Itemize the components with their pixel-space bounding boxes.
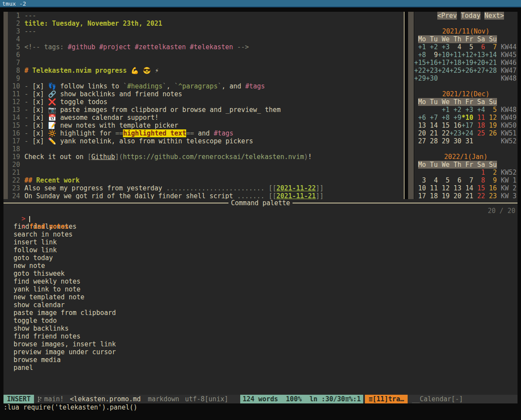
calendar-day[interactable]: 23 (485, 192, 497, 199)
calendar-day[interactable]: +14 (485, 51, 497, 59)
editor-line[interactable]: 8# Telekasten.nvim progress 💪 😎 ⚡ (8, 67, 404, 75)
editor-line[interactable]: 5<!-- tags: #github #project #zettelkast… (8, 43, 404, 51)
scrollbar-left[interactable] (3, 12, 8, 199)
editor-line[interactable]: 12- [x] ❌ toggle todos (8, 98, 404, 106)
editor-line[interactable]: 20 (8, 161, 404, 169)
vim-command-line[interactable]: :lua require('telekasten').panel() (3, 403, 518, 411)
editor-line[interactable]: 6 (8, 51, 404, 59)
calendar-day[interactable]: 16 (485, 184, 497, 192)
calendar-day[interactable]: +21 (485, 59, 497, 67)
calendar-day[interactable]: 18 (473, 122, 485, 129)
calendar-day[interactable]: +4 (473, 106, 485, 114)
calendar-day[interactable]: +2 (426, 43, 438, 51)
palette-item[interactable]: new note (3, 262, 518, 270)
calendar-day[interactable]: +1 (414, 43, 426, 51)
palette-item[interactable]: find friend notes (3, 332, 518, 340)
calendar-day[interactable]: 16 (449, 122, 461, 129)
editor-line[interactable]: 19Check it out on [Github](https://githu… (8, 153, 404, 161)
calendar-day[interactable]: 9 (426, 51, 438, 59)
calendar-day[interactable]: 15 (438, 122, 449, 129)
editor-line[interactable]: 22## Recent work (8, 176, 404, 184)
editor-line[interactable]: 21 (8, 169, 404, 176)
calendar-day[interactable]: +12 (461, 51, 473, 59)
palette-item[interactable]: show backlinks (3, 325, 518, 332)
calendar-day[interactable]: 8 (473, 176, 485, 184)
palette-item[interactable]: search in notes (3, 230, 518, 238)
editor-line[interactable]: 2title: Tuesday, November 23th, 2021 (8, 20, 404, 27)
editor-line[interactable]: 7 (8, 59, 404, 67)
calendar-day[interactable]: 6 (449, 176, 461, 184)
calendar-day[interactable]: +28 (485, 67, 497, 75)
calendar-day[interactable]: +17 (461, 122, 473, 129)
scrollbar-right[interactable] (408, 12, 414, 199)
calendar-day[interactable]: +17 (438, 59, 449, 67)
palette-item[interactable]: show calendar (3, 301, 518, 309)
calendar-day[interactable]: 5 (461, 43, 473, 51)
calendar-day[interactable]: +8 (438, 114, 449, 122)
calendar-next-button[interactable]: Next> (484, 12, 504, 20)
calendar-day[interactable]: +24 (461, 129, 473, 137)
palette-item-selected[interactable]: >find notes (3, 215, 518, 223)
calendar-day[interactable]: 30 (449, 137, 461, 145)
calendar-day[interactable]: 3 (414, 176, 426, 184)
calendar-day[interactable]: +29 (414, 75, 426, 82)
editor-line[interactable]: 24On Sunday we got rid of the daily find… (8, 192, 404, 199)
calendar-day[interactable]: 7 (461, 176, 473, 184)
calendar-day[interactable]: +25 (449, 67, 461, 75)
editor-line[interactable]: 9 (8, 75, 404, 82)
palette-item[interactable]: goto thisweek (3, 270, 518, 278)
tab-indicator[interactable]: ≡[11]tra… (365, 395, 407, 403)
calendar-day[interactable]: 2 (485, 169, 497, 176)
calendar-day[interactable]: 22 (473, 192, 485, 199)
calendar-day[interactable]: 6 (473, 43, 485, 51)
calendar-day[interactable]: +10 (438, 51, 449, 59)
calendar-day[interactable]: 27 (414, 137, 426, 145)
editor-line[interactable]: 23Also see my progress from yesterday ..… (8, 184, 404, 192)
calendar-today-button[interactable]: Today (461, 12, 480, 20)
editor-line[interactable]: 17- [x] ✏️ yank notelink, also from with… (8, 137, 404, 145)
calendar-day[interactable]: +11 (449, 51, 461, 59)
calendar-day[interactable]: 11 (473, 114, 485, 122)
calendar-day[interactable]: 21 (426, 129, 438, 137)
palette-item[interactable]: yank link to note (3, 285, 518, 293)
calendar-day[interactable]: 14 (461, 184, 473, 192)
calendar-day[interactable]: +19 (461, 59, 473, 67)
calendar-day[interactable]: +24 (438, 67, 449, 75)
editor-line[interactable]: 16- [x] 🔆 highlight for ==highlighted te… (8, 129, 404, 137)
calendar-day[interactable]: 15 (473, 184, 485, 192)
editor-line[interactable]: 15- [x] 📝 new notes with template picker (8, 122, 404, 129)
calendar-day[interactable]: +18 (449, 59, 461, 67)
calendar-day[interactable]: 10 (414, 184, 426, 192)
palette-item[interactable]: find daily notes (3, 223, 518, 230)
editor-line[interactable]: 3--- (8, 27, 404, 35)
calendar-day[interactable]: *10 (461, 114, 473, 122)
palette-item[interactable]: panel (3, 364, 518, 372)
calendar-day[interactable]: +13 (473, 51, 485, 59)
palette-prompt-row[interactable]: > 20 / 20 (3, 207, 518, 215)
calendar-day[interactable]: 7 (485, 43, 497, 51)
calendar-day[interactable]: +15 (414, 59, 426, 67)
editor-line[interactable]: 4 (8, 35, 404, 43)
calendar-day[interactable]: 28 (426, 137, 438, 145)
palette-item[interactable]: browse images, insert link (3, 340, 518, 348)
calendar-day[interactable]: 17 (414, 192, 426, 199)
calendar-day[interactable]: 18 (426, 192, 438, 199)
editor-line[interactable]: 10- [x] 👣 follow links to `#headings`, `… (8, 82, 404, 90)
calendar-prev-button[interactable]: <Prev (437, 12, 457, 20)
calendar-day[interactable]: 4 (449, 43, 461, 51)
calendar-day[interactable]: +30 (426, 75, 438, 82)
calendar-day[interactable]: +22 (414, 67, 426, 75)
calendar-day[interactable]: 20 (414, 129, 426, 137)
editor-pane[interactable]: 1---2title: Tuesday, November 23th, 2021… (8, 12, 404, 199)
editor-line[interactable]: 11- [x] 🔗 show backlinks and friend note… (8, 90, 404, 98)
palette-item[interactable]: find weekly notes (3, 278, 518, 285)
calendar-day[interactable]: +3 (438, 43, 449, 51)
calendar-day[interactable]: 12 (485, 114, 497, 122)
calendar-day[interactable]: 29 (438, 137, 449, 145)
calendar-day[interactable]: +26 (461, 67, 473, 75)
palette-item[interactable]: new templated note (3, 293, 518, 301)
calendar-day[interactable]: 14 (426, 122, 438, 129)
calendar-day[interactable]: 31 (461, 137, 473, 145)
calendar-day[interactable]: 9 (485, 176, 497, 184)
calendar-day[interactable]: +27 (473, 67, 485, 75)
